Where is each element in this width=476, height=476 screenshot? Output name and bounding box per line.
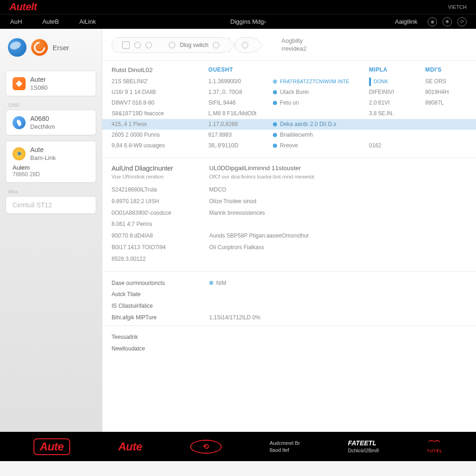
card-sub: DectNkm — [30, 123, 55, 130]
sec2-h1: AulUnd DliagcInunter — [112, 165, 209, 172]
sync-icon[interactable]: ⟳ — [457, 17, 467, 26]
list-item: Autck Tliate — [102, 289, 476, 300]
circle-icon — [242, 42, 248, 48]
link[interactable]: FRATRBATZZTCNIWIIM INTE — [280, 77, 349, 86]
section-rust: Rutst DinolL02 OUESHT MIPLA MDI'S 21S 5B… — [102, 61, 476, 158]
card-title: Auter — [30, 76, 48, 83]
footer-mark[interactable]: TUTEL — [427, 440, 443, 453]
card-a0680[interactable]: A0680 DectNkm — [6, 110, 96, 135]
breadcrumb: Dlog switch Aogbilty rrevidea2 — [102, 29, 476, 61]
table-row-selected[interactable]: 415,.4 1 Fleox 1.17,0,8268 Deka aardc 2.… — [102, 119, 476, 130]
table-row: 9,84 6.8-W9 uouages 38,.9'9110D Rreove 0… — [102, 140, 476, 151]
sec1-h5[interactable]: MDI'S — [425, 66, 467, 73]
menu-auh[interactable]: AuH — [0, 14, 32, 29]
footer-stack-2[interactable]: FATEETL Dchicii/i2Bm8 — [348, 439, 379, 454]
side-bottom: rrevidea2 — [281, 45, 306, 53]
top-right-label: VIETCH — [448, 4, 467, 10]
list-item: 9.8970.182:2 UISHOlize Trisitee sinod — [102, 196, 476, 207]
card-separator-label: ONI0 — [6, 102, 96, 110]
card-title: A0680 — [30, 115, 55, 122]
dot-icon — [209, 281, 213, 285]
drop-icon — [13, 116, 26, 129]
table-row: 2605 2 0000 Punns 617.8983 Bnaitilecwmh — [102, 130, 476, 140]
dot-icon — [273, 101, 277, 105]
crumb-label: Dlog switch — [180, 42, 208, 48]
list-item: 0O01A883900'-coodcceMannk bnreosistences — [102, 207, 476, 219]
circle-icon — [145, 42, 152, 48]
settings-icon[interactable]: ✱ — [443, 17, 452, 26]
footer-oval-icon[interactable]: ⟲ — [190, 440, 222, 454]
card-aute-bamlink[interactable]: Aute Bam-Link Aulem 78860 28D — [6, 141, 96, 183]
table-row: U16/ 9 1 14:DAllB 1.37,.0. 70G8 Utack Bu… — [102, 87, 476, 98]
sidebar-top: Erser — [6, 38, 96, 57]
circle-icon — [169, 42, 175, 48]
sec2-sub2: OfCf our doa:fininrs loarke-bnt rnnd mew… — [209, 174, 314, 179]
chevron-right-icon — [227, 37, 235, 53]
footer: Aute Aute ⟲ Audcminel Br 8aod tlef FATEE… — [0, 432, 476, 461]
list-item: 900'70 8:dD4IA8Aunds SBP58P Ptigan:aasee… — [102, 230, 476, 242]
diamond-icon — [13, 77, 26, 90]
card-line1: Aulem — [13, 164, 89, 171]
list-item: S24218680ILTrulaMDCO — [102, 184, 476, 196]
main-area: Erser Auter 1S060 ONI0 A0680 DectNkm — [0, 29, 476, 432]
card-title: Aute — [30, 146, 56, 153]
list-item: Bihi.afgik MlPTure1.1Si14/1712ILD 0% — [102, 312, 476, 324]
square-icon — [122, 41, 130, 49]
card-sub: 1S060 — [30, 84, 48, 91]
star-icon — [13, 147, 26, 160]
list-item: 8528.3.00122 — [102, 253, 476, 265]
globe-icon[interactable] — [8, 38, 26, 57]
circle-icon — [213, 42, 219, 48]
dot-icon — [273, 144, 277, 148]
table-row: D8WV7 016.8-80 SIFIL.9446 Fetu un 2.0:61… — [102, 98, 476, 108]
circle-icon — [134, 42, 141, 48]
eraser-label: Erser — [53, 44, 69, 52]
list-item: 8.061 4;7 Perins — [102, 218, 476, 230]
sidebar: Erser Auter 1S060 ONI0 A0680 DectNkm — [0, 29, 102, 432]
content: Dlog switch Aogbilty rrevidea2 Rutst Din… — [102, 29, 476, 432]
sec1-h1: Rutst DinolL02 — [112, 66, 208, 73]
menu-auteb[interactable]: AuteB — [32, 14, 69, 29]
dot-icon — [273, 79, 277, 84]
menu-aaigllink[interactable]: Aaigllink — [390, 18, 422, 25]
bar-icon — [369, 78, 371, 86]
dot-icon — [273, 133, 277, 137]
topbar: Autelt VIETCH — [0, 0, 476, 14]
brand-logo: Autelt — [9, 1, 37, 13]
card-auter[interactable]: Auter 1S060 — [6, 71, 96, 96]
dot-icon — [273, 122, 277, 126]
sec2-sub1: Vue UfIrirslink renition — [112, 174, 209, 179]
sec1-h2[interactable]: OUESHT — [208, 66, 273, 73]
section-aulund: AulUnd DliagcInunter UL0DDipgailLinminnd… — [102, 158, 476, 272]
breadcrumb-side: Aogbilty rrevidea2 — [281, 37, 306, 53]
card-title: Cemtuil ST12 — [13, 201, 89, 209]
crumb-pill-2[interactable] — [235, 37, 258, 53]
card-line2: 78860 28D — [13, 171, 89, 178]
table-row: S8&187'19D feacoce L.M8 8 F16,/MdO0t 3.8… — [102, 108, 476, 119]
menu-ailink[interactable]: AiLink — [69, 14, 106, 29]
dot-icon — [273, 90, 277, 94]
list-item[interactable]: Newlloudatce — [102, 343, 476, 355]
menubar: AuH AuteB AiLink Diggins Mdg› Aaigllink … — [0, 14, 476, 29]
list-item[interactable]: Teessaitnk — [102, 331, 476, 343]
list-item: Dase ourmnourtonctsNIM — [102, 278, 476, 289]
footer-stack-1[interactable]: Audcminel Br 8aod tlef — [270, 440, 300, 453]
sec2-h2: UL0DDipgailLinminnd 11stouster — [209, 165, 301, 172]
table-row: 21S 5BELINI2' 1.1.369900/0 FRATRBATZZTCN… — [102, 76, 476, 87]
side-top: Aogbilty — [281, 37, 306, 45]
card-cemtuil[interactable]: Cemtuil ST12 — [6, 196, 96, 214]
section-tees: Teessaitnk Newlloudatce — [102, 326, 476, 360]
eye-icon[interactable]: ◉ — [428, 17, 437, 26]
footer-logo-1[interactable]: Aute — [33, 438, 70, 455]
list-item: B0I17 1413 7OIO7I94Oli Cunptrors Fialkas… — [102, 242, 476, 253]
chevron-right-icon — [255, 37, 263, 53]
crumb-pill-1[interactable]: Dlog switch — [112, 37, 230, 53]
section-dase: Dase ourmnourtonctsNIM Autck Tliate IS C… — [102, 272, 476, 326]
eraser-icon[interactable] — [31, 39, 48, 56]
list-item: IS Cllastuirifalice — [102, 300, 476, 312]
footer-logo-2[interactable]: Aute — [118, 440, 142, 453]
sec1-h4[interactable]: MIPLA — [361, 66, 425, 73]
menu-diggins[interactable]: Diggins Mdg› — [220, 14, 277, 29]
card-separator-label: tilisa — [6, 188, 96, 196]
wave-icon — [428, 440, 441, 448]
